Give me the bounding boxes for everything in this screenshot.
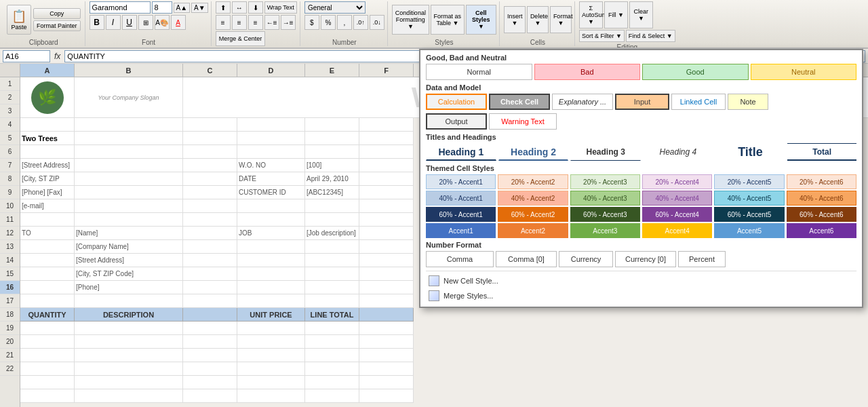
cell-b17[interactable]	[75, 322, 183, 335]
cell-e16[interactable]: LINE TOTAL	[305, 308, 359, 322]
cell-c14[interactable]	[183, 281, 237, 294]
clear-button[interactable]: Clear ▼	[629, 1, 653, 28]
cell-d21[interactable]	[237, 376, 305, 389]
cell-c7[interactable]	[183, 186, 237, 199]
style-output[interactable]: Output	[426, 113, 487, 130]
row-num-19[interactable]: 19	[0, 322, 20, 335]
cell-a3[interactable]: Two Trees Olive Oil Com	[20, 132, 75, 145]
col-header-d[interactable]: D	[237, 64, 305, 77]
style-heading1[interactable]: Heading 1	[426, 143, 496, 161]
align-top-button[interactable]: ⬆	[216, 1, 231, 14]
cell-a17[interactable]	[20, 322, 75, 335]
style-60-accent2[interactable]: 60% - Accent2	[498, 207, 568, 222]
style-comma0[interactable]: Comma [0]	[496, 251, 557, 267]
style-40-accent6[interactable]: 40% - Accent6	[787, 191, 856, 206]
style-heading2[interactable]: Heading 2	[498, 143, 569, 161]
style-percent[interactable]: Percent	[678, 251, 726, 267]
cell-b18[interactable]	[75, 335, 183, 349]
cell-e14[interactable]	[305, 281, 359, 294]
cell-d5[interactable]: W.O. NO	[237, 159, 305, 172]
italic-button[interactable]: I	[106, 15, 121, 30]
cell-a11[interactable]	[20, 240, 75, 254]
style-20-accent3[interactable]: 20% - Accent3	[570, 174, 640, 189]
row-num-11[interactable]: 11	[0, 213, 20, 227]
cell-f8[interactable]	[359, 199, 414, 213]
cell-e9[interactable]	[305, 213, 359, 227]
autosum-button[interactable]: Σ AutoSum ▼	[579, 1, 603, 28]
row-num-3[interactable]: 3	[0, 104, 20, 118]
insert-button[interactable]: Insert ▼	[504, 6, 526, 33]
align-right-button[interactable]: ≡	[248, 15, 263, 30]
new-cell-style-item[interactable]: New Cell Style...	[426, 273, 856, 288]
percent-button[interactable]: %	[321, 15, 336, 30]
cell-a10[interactable]: TO	[20, 227, 75, 240]
cell-b6[interactable]	[75, 172, 183, 186]
row-num-10[interactable]: 10	[0, 199, 20, 213]
cell-e15[interactable]	[305, 294, 359, 308]
style-60-accent6[interactable]: 60% - Accent6	[787, 207, 856, 222]
cell-e3[interactable]	[305, 132, 359, 145]
cell-f11[interactable]	[359, 240, 414, 254]
cell-e8[interactable]	[305, 199, 359, 213]
cell-d2[interactable]	[237, 118, 305, 132]
style-60-accent3[interactable]: 60% - Accent3	[570, 207, 640, 222]
cell-b3[interactable]	[75, 132, 183, 145]
row-num-14[interactable]: 14	[0, 254, 20, 267]
bold-button[interactable]: B	[90, 15, 104, 30]
row-num-1[interactable]: 1	[0, 77, 20, 91]
cell-c17[interactable]	[183, 322, 237, 335]
delete-button[interactable]: Delete ▼	[527, 6, 549, 33]
align-center-button[interactable]: ≡	[232, 15, 247, 30]
style-20-accent2[interactable]: 20% - Accent2	[498, 174, 568, 189]
cell-a22[interactable]	[20, 389, 75, 403]
cell-e18[interactable]	[305, 335, 359, 349]
merge-center-button[interactable]: Merge & Center	[216, 31, 266, 46]
format-button[interactable]: Format ▼	[550, 6, 572, 33]
cell-f13[interactable]	[359, 267, 414, 281]
row-num-2[interactable]: 2	[0, 91, 20, 104]
style-comma[interactable]: Comma	[426, 251, 494, 267]
cell-a14[interactable]	[20, 281, 75, 294]
cell-e12[interactable]	[305, 254, 359, 267]
cell-f2[interactable]	[359, 118, 414, 132]
cell-a12[interactable]	[20, 254, 75, 267]
cell-c11[interactable]	[183, 240, 237, 254]
copy-button[interactable]: Copy	[33, 8, 81, 19]
conditional-formatting-button[interactable]: Conditional Formatting ▼	[392, 5, 429, 35]
cell-d4[interactable]	[237, 145, 305, 159]
cell-f9[interactable]	[359, 213, 414, 227]
style-40-accent3[interactable]: 40% - Accent3	[570, 191, 640, 206]
cell-c20[interactable]	[183, 362, 237, 376]
col-header-c[interactable]: C	[183, 64, 237, 77]
style-accent2[interactable]: Accent2	[498, 223, 568, 238]
cell-e13[interactable]	[305, 267, 359, 281]
row-num-22[interactable]: 22	[0, 362, 20, 376]
comma-button[interactable]: ,	[337, 15, 352, 30]
style-warning-text[interactable]: Warning Text	[489, 113, 557, 130]
cell-b1[interactable]: Your Company Slogan	[75, 77, 183, 118]
border-button[interactable]: ⊞	[138, 15, 153, 30]
style-accent4[interactable]: Accent4	[642, 223, 712, 238]
fill-button[interactable]: Fill ▼	[604, 1, 628, 28]
col-header-b[interactable]: B	[75, 64, 183, 77]
cell-a16[interactable]: QUANTITY	[20, 308, 75, 322]
style-accent6[interactable]: Accent6	[787, 223, 856, 238]
row-num-5[interactable]: 5	[0, 132, 20, 145]
cell-a19[interactable]	[20, 349, 75, 362]
increase-indent-button[interactable]: →≡	[281, 15, 296, 30]
col-header-e[interactable]: E	[305, 64, 359, 77]
cell-a2[interactable]	[20, 118, 75, 132]
style-heading3[interactable]: Heading 3	[570, 143, 641, 161]
cell-e6[interactable]: April 29, 2010	[305, 172, 359, 186]
cell-d9[interactable]	[237, 213, 305, 227]
style-40-accent5[interactable]: 40% - Accent5	[714, 191, 784, 206]
cell-f22[interactable]	[359, 389, 414, 403]
cell-d7[interactable]: CUSTOMER ID	[237, 186, 305, 199]
cell-d3[interactable]	[237, 132, 305, 145]
style-check-cell[interactable]: Check Cell	[489, 94, 550, 110]
cell-f21[interactable]	[359, 376, 414, 389]
cell-b7[interactable]	[75, 186, 183, 199]
cell-b19[interactable]	[75, 349, 183, 362]
cell-c13[interactable]	[183, 267, 237, 281]
align-bottom-button[interactable]: ⬇	[248, 1, 263, 14]
